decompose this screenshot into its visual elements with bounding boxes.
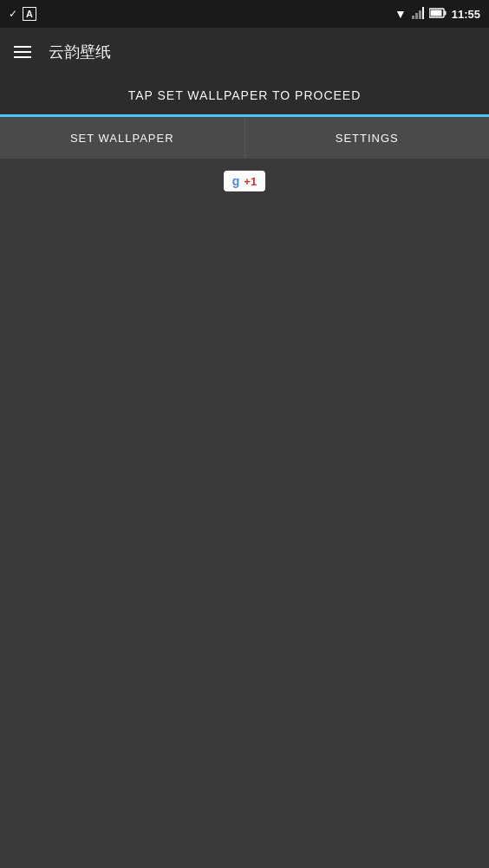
action-buttons: SET WALLPAPER SETTINGS [0,117,489,159]
svg-rect-0 [412,16,414,19]
app-title: 云韵壁纸 [49,42,111,62]
hamburger-line-1 [14,46,31,48]
main-content-area [0,200,489,865]
signal-icon [412,7,424,22]
svg-rect-6 [430,10,441,16]
time-display: 11:55 [452,8,480,21]
svg-rect-5 [444,11,446,16]
google-plus-button[interactable]: g +1 [224,171,265,191]
status-bar-left: ✓ A [9,7,36,21]
set-wallpaper-button[interactable]: SET WALLPAPER [0,117,245,159]
svg-rect-1 [415,13,418,19]
status-bar-right: ▼ 11:55 [394,7,480,22]
check-icon: ✓ [9,8,17,20]
tabs-area: TAP SET WALLPAPER TO PROCEED [0,76,489,117]
a-badge: A [23,7,36,21]
battery-icon [429,7,447,21]
svg-rect-3 [422,7,424,19]
wifi-icon: ▼ [394,7,407,21]
settings-button[interactable]: SETTINGS [245,117,490,159]
active-tab-label[interactable]: TAP SET WALLPAPER TO PROCEED [111,76,379,114]
g-icon: g [232,174,240,188]
svg-rect-2 [419,10,421,19]
hamburger-line-2 [14,51,31,53]
plus-one-label: +1 [244,175,257,188]
status-bar: ✓ A ▼ 11:55 [0,0,489,28]
hamburger-menu-icon[interactable] [14,46,31,58]
google-plus-area: g +1 [0,159,489,200]
hamburger-line-3 [14,56,31,58]
top-bar: 云韵壁纸 [0,28,489,76]
